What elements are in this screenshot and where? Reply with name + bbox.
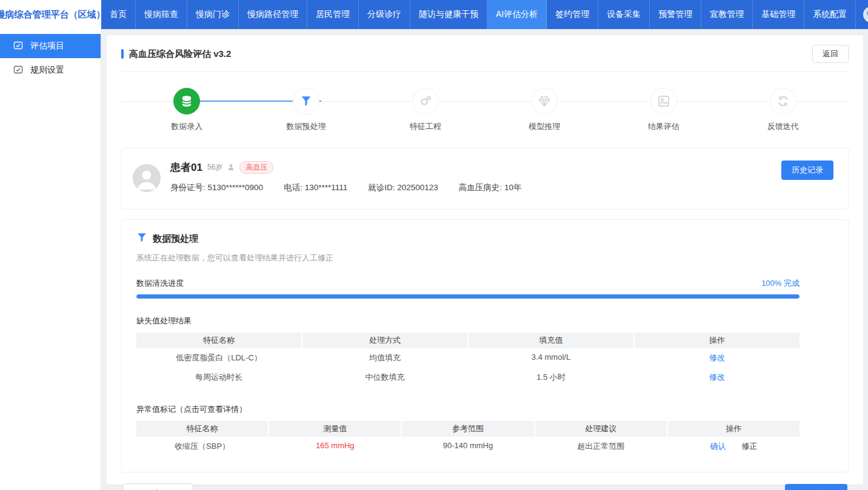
nav-item-followup[interactable]: 随访与健康干预 [410, 0, 487, 29]
nav-item-contracts[interactable]: 签约管理 [547, 0, 598, 29]
column-header: 参考范围 [402, 421, 533, 437]
step-label: 结果评估 [648, 121, 679, 132]
section-description: 系统正在处理数据，您可以查看处理结果并进行人工修正 [136, 253, 833, 263]
nav-item-pathway[interactable]: 慢病路径管理 [239, 0, 307, 29]
back-button[interactable]: 返回 [812, 45, 849, 63]
history-button[interactable]: 历史记录 [781, 161, 833, 180]
step-label: 数据预处理 [287, 121, 326, 132]
column-header: 处理方式 [302, 333, 467, 348]
preprocess-section: 数据预处理 系统正在处理数据，您可以查看处理结果并进行人工修正 数据清洗进度 1… [121, 219, 849, 472]
column-header: 操作 [635, 333, 800, 348]
patient-visit-id: 就诊ID: 202500123 [368, 182, 438, 193]
nav-item-system-config[interactable]: 系统配置 [804, 0, 856, 29]
sidebar-item-rule-settings[interactable]: 规则设置 [0, 58, 101, 82]
progress-bar [136, 294, 800, 299]
nav-item-clinic[interactable]: 慢病门诊 [187, 0, 239, 29]
diamond-icon [531, 88, 558, 114]
nav-item-residents[interactable]: 居民管理 [307, 0, 359, 29]
step-label: 反馈迭代 [767, 121, 799, 132]
missing-values-table: 特征名称 处理方式 填充值 操作 低密度脂蛋白（LDL-C） 均值填充 3.4 … [136, 333, 800, 387]
patient-phone: 电话: 130****1111 [284, 182, 347, 193]
cell-fill-value: 3.4 mmol/L [469, 348, 633, 368]
table-row[interactable]: 收缩压（SBP） 165 mmHg 90-140 mmHg 超出正常范围 确认 … [136, 437, 800, 456]
nav-item-basic-mgmt[interactable]: 基础管理 [753, 0, 804, 29]
gears-icon [412, 88, 439, 114]
funnel-icon [293, 88, 319, 114]
cell-measured-value: 165 mmHg [269, 437, 401, 456]
column-header: 特征名称 [136, 421, 268, 437]
main-nav: 首页 慢病筛查 慢病门诊 慢病路径管理 居民管理 分级诊疗 随访与健康干预 AI… [101, 0, 856, 29]
page-header: 高血压综合风险评估 v3.2 返回 [121, 45, 849, 72]
nav-item-alerts[interactable]: 预警管理 [650, 0, 701, 29]
outlier-table: 特征名称 测量值 参考范围 处理建议 操作 收缩压（SBP） 165 mmHg … [136, 421, 800, 456]
next-step-button[interactable]: 下一步 → [785, 484, 847, 490]
step-model-inference[interactable]: 模型推理 [485, 88, 604, 132]
sidebar: 评估项目 规则设置 [0, 29, 101, 490]
table-row: 低密度脂蛋白（LDL-C） 均值填充 3.4 mmol/L 修改 [136, 348, 800, 368]
nav-item-home[interactable]: 首页 [101, 0, 136, 29]
user-menu[interactable]: admin ▼ [856, 0, 868, 29]
wizard-footer: ← 上一步 下一步 → [121, 483, 849, 490]
column-header: 测量值 [269, 421, 401, 437]
patient-avatar [133, 164, 161, 192]
hypertension-tag: 高血压 [239, 161, 273, 174]
form-icon [13, 65, 23, 76]
step-result-evaluation[interactable]: 结果评估 [604, 88, 724, 132]
modify-link[interactable]: 修改 [635, 348, 800, 368]
cell-feature: 低密度脂蛋白（LDL-C） [136, 348, 301, 368]
column-header: 特征名称 [136, 333, 301, 348]
funnel-icon [136, 232, 147, 245]
cell-feature: 每周运动时长 [136, 368, 301, 387]
previous-step-button[interactable]: ← 上一步 [122, 483, 193, 490]
user-avatar [863, 7, 868, 22]
step-feedback-iteration[interactable]: 反馈迭代 [723, 88, 843, 132]
sidebar-item-assessment-projects[interactable]: 评估项目 [0, 34, 101, 58]
nav-item-devices[interactable]: 设备采集 [598, 0, 650, 29]
column-header: 操作 [668, 421, 800, 437]
patient-id: 身份证号: 5130******0900 [170, 182, 263, 193]
image-icon [650, 88, 677, 114]
nav-item-education[interactable]: 宣教管理 [701, 0, 753, 29]
missing-values-title: 缺失值处理结果 [136, 316, 800, 326]
progress-value: 100% 完成 [761, 278, 800, 289]
confirm-link[interactable]: 确认 [710, 441, 726, 452]
table-row: 每周运动时长 中位数填充 1.5 小时 修改 [136, 368, 800, 387]
nav-item-ai-analysis[interactable]: AI评估分析 [487, 0, 547, 29]
cell-feature: 收缩压（SBP） [136, 437, 268, 456]
correct-link[interactable]: 修正 [741, 441, 757, 452]
nav-item-screening[interactable]: 慢病筛查 [136, 0, 187, 29]
cell-method: 中位数填充 [302, 368, 467, 387]
person-icon [227, 162, 235, 173]
progress-label: 数据清洗进度 [136, 278, 184, 289]
patient-card: 患者01 56岁 高血压 身份证号: 5130******0900 电话: 13… [121, 148, 849, 210]
content-card: 高血压综合风险评估 v3.2 返回 数据录入 数 [107, 35, 863, 485]
column-header: 处理建议 [535, 421, 667, 437]
sidebar-item-label: 评估项目 [30, 41, 64, 51]
step-label: 数据录入 [171, 121, 202, 132]
step-label: 特征工程 [410, 121, 441, 132]
nav-right: admin ▼ 退出 [856, 0, 868, 29]
step-label: 模型推理 [529, 121, 560, 132]
top-navbar: 慢病综合管理平台（区域） 首页 慢病筛查 慢病门诊 慢病路径管理 居民管理 分级… [0, 0, 868, 29]
step-data-entry[interactable]: 数据录入 [127, 88, 247, 132]
page-title: 高血压综合风险评估 v3.2 [129, 48, 231, 60]
cell-reference-range: 90-140 mmHg [402, 437, 533, 456]
cell-method: 均值填充 [302, 348, 467, 368]
section-title: 数据预处理 [153, 233, 198, 245]
title-accent-bar [121, 49, 124, 59]
main-content: 高血压综合风险评估 v3.2 返回 数据录入 数 [101, 29, 868, 490]
nav-item-tiered-care[interactable]: 分级诊疗 [359, 0, 410, 29]
cell-suggestion: 超出正常范围 [535, 437, 667, 456]
outlier-title: 异常值标记（点击可查看详情） [136, 404, 800, 415]
modify-link[interactable]: 修改 [635, 368, 800, 387]
step-preprocessing[interactable]: 数据预处理 [247, 88, 366, 132]
step-feature-engineering[interactable]: 特征工程 [366, 88, 485, 132]
patient-info: 患者01 56岁 高血压 身份证号: 5130******0900 电话: 13… [170, 161, 781, 193]
patient-history: 高血压病史: 10年 [459, 182, 522, 193]
refresh-icon [770, 88, 796, 114]
patient-name: 患者01 [170, 161, 202, 174]
form-icon [13, 41, 23, 52]
column-header: 填充值 [469, 333, 633, 348]
sidebar-item-label: 规则设置 [30, 65, 64, 76]
stepper: 数据录入 数据预处理 特征工程 [121, 88, 849, 132]
